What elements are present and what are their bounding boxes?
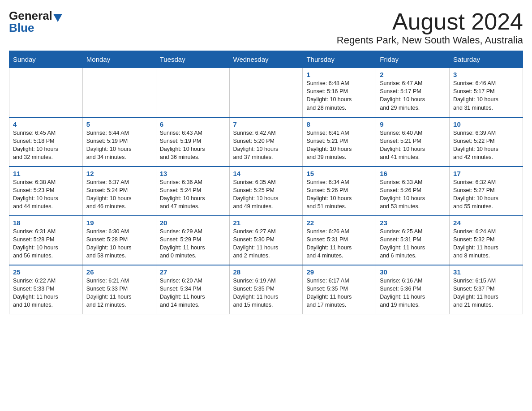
calendar-cell: 7Sunrise: 6:42 AMSunset: 5:20 PMDaylight… xyxy=(229,117,303,167)
days-of-week-row: SundayMondayTuesdayWednesdayThursdayFrid… xyxy=(9,51,523,68)
calendar-cell: 9Sunrise: 6:40 AMSunset: 5:21 PMDaylight… xyxy=(376,117,450,167)
calendar-cell: 19Sunrise: 6:30 AMSunset: 5:28 PMDayligh… xyxy=(82,216,156,265)
day-info: Sunrise: 6:25 AMSunset: 5:31 PMDaylight:… xyxy=(380,227,446,260)
day-info: Sunrise: 6:35 AMSunset: 5:25 PMDaylight:… xyxy=(233,178,299,211)
day-number: 8 xyxy=(306,120,372,128)
day-of-week-header: Tuesday xyxy=(156,51,229,68)
calendar-cell: 24Sunrise: 6:24 AMSunset: 5:32 PMDayligh… xyxy=(450,216,523,265)
day-number: 12 xyxy=(86,170,152,177)
day-info: Sunrise: 6:32 AMSunset: 5:27 PMDaylight:… xyxy=(453,178,519,211)
day-number: 27 xyxy=(160,268,226,276)
logo-blue: Blue xyxy=(9,21,34,35)
title-block: August 2024 Regents Park, New South Wale… xyxy=(337,9,523,46)
day-info: Sunrise: 6:43 AMSunset: 5:19 PMDaylight:… xyxy=(160,129,226,162)
day-info: Sunrise: 6:27 AMSunset: 5:30 PMDaylight:… xyxy=(233,227,299,260)
calendar-week-row: 1Sunrise: 6:48 AMSunset: 5:16 PMDaylight… xyxy=(9,68,523,117)
day-info: Sunrise: 6:41 AMSunset: 5:21 PMDaylight:… xyxy=(306,129,372,162)
day-info: Sunrise: 6:31 AMSunset: 5:28 PMDaylight:… xyxy=(13,227,79,260)
calendar-cell: 26Sunrise: 6:21 AMSunset: 5:33 PMDayligh… xyxy=(82,265,156,314)
day-info: Sunrise: 6:33 AMSunset: 5:26 PMDaylight:… xyxy=(380,178,446,211)
day-number: 30 xyxy=(380,268,446,276)
calendar-cell: 22Sunrise: 6:26 AMSunset: 5:31 PMDayligh… xyxy=(303,216,376,265)
day-number: 15 xyxy=(306,170,372,177)
calendar-body: 1Sunrise: 6:48 AMSunset: 5:16 PMDaylight… xyxy=(9,68,523,314)
day-info: Sunrise: 6:47 AMSunset: 5:17 PMDaylight:… xyxy=(380,79,446,112)
day-number: 2 xyxy=(380,71,446,78)
day-number: 6 xyxy=(160,120,226,128)
day-number: 23 xyxy=(380,219,446,227)
day-number: 3 xyxy=(453,71,519,78)
calendar-cell: 23Sunrise: 6:25 AMSunset: 5:31 PMDayligh… xyxy=(376,216,450,265)
day-number: 5 xyxy=(86,120,152,128)
calendar-cell xyxy=(9,68,83,117)
calendar-cell: 15Sunrise: 6:34 AMSunset: 5:26 PMDayligh… xyxy=(303,167,376,216)
day-info: Sunrise: 6:30 AMSunset: 5:28 PMDaylight:… xyxy=(86,227,152,260)
calendar-cell: 12Sunrise: 6:37 AMSunset: 5:24 PMDayligh… xyxy=(82,167,156,216)
day-info: Sunrise: 6:40 AMSunset: 5:21 PMDaylight:… xyxy=(380,129,446,162)
day-info: Sunrise: 6:24 AMSunset: 5:32 PMDaylight:… xyxy=(453,227,519,260)
calendar-cell: 4Sunrise: 6:45 AMSunset: 5:18 PMDaylight… xyxy=(9,117,83,167)
calendar-cell: 1Sunrise: 6:48 AMSunset: 5:16 PMDaylight… xyxy=(303,68,376,117)
calendar-cell: 2Sunrise: 6:47 AMSunset: 5:17 PMDaylight… xyxy=(376,68,450,117)
calendar-cell: 5Sunrise: 6:44 AMSunset: 5:19 PMDaylight… xyxy=(82,117,156,167)
day-number: 29 xyxy=(306,268,372,276)
calendar-cell: 17Sunrise: 6:32 AMSunset: 5:27 PMDayligh… xyxy=(450,167,523,216)
calendar-week-row: 25Sunrise: 6:22 AMSunset: 5:33 PMDayligh… xyxy=(9,265,523,314)
day-info: Sunrise: 6:19 AMSunset: 5:35 PMDaylight:… xyxy=(233,277,299,309)
day-info: Sunrise: 6:44 AMSunset: 5:19 PMDaylight:… xyxy=(86,129,152,162)
calendar-cell: 8Sunrise: 6:41 AMSunset: 5:21 PMDaylight… xyxy=(303,117,376,167)
calendar-cell: 10Sunrise: 6:39 AMSunset: 5:22 PMDayligh… xyxy=(450,117,523,167)
calendar-cell xyxy=(82,68,156,117)
day-number: 28 xyxy=(233,268,299,276)
calendar-cell: 11Sunrise: 6:38 AMSunset: 5:23 PMDayligh… xyxy=(9,167,83,216)
day-number: 25 xyxy=(13,268,79,276)
day-number: 19 xyxy=(86,219,152,227)
calendar-cell: 6Sunrise: 6:43 AMSunset: 5:19 PMDaylight… xyxy=(156,117,229,167)
day-number: 9 xyxy=(380,120,446,128)
day-number: 31 xyxy=(453,268,519,276)
day-number: 4 xyxy=(13,120,79,128)
day-number: 7 xyxy=(233,120,299,128)
calendar-table: SundayMondayTuesdayWednesdayThursdayFrid… xyxy=(9,51,523,314)
day-number: 11 xyxy=(13,170,79,177)
logo-arrow-icon xyxy=(53,14,62,22)
logo: General Blue xyxy=(9,9,63,35)
day-number: 22 xyxy=(306,219,372,227)
day-info: Sunrise: 6:37 AMSunset: 5:24 PMDaylight:… xyxy=(86,178,152,211)
day-info: Sunrise: 6:46 AMSunset: 5:17 PMDaylight:… xyxy=(453,79,519,112)
calendar-cell xyxy=(156,68,229,117)
month-title: August 2024 xyxy=(337,9,523,34)
day-number: 26 xyxy=(86,268,152,276)
day-number: 1 xyxy=(306,71,372,78)
day-number: 10 xyxy=(453,120,519,128)
calendar-week-row: 4Sunrise: 6:45 AMSunset: 5:18 PMDaylight… xyxy=(9,117,523,167)
day-number: 24 xyxy=(453,219,519,227)
calendar-cell: 29Sunrise: 6:17 AMSunset: 5:35 PMDayligh… xyxy=(303,265,376,314)
day-info: Sunrise: 6:22 AMSunset: 5:33 PMDaylight:… xyxy=(13,277,79,309)
page-header: General Blue August 2024 Regents Park, N… xyxy=(9,9,523,46)
calendar-cell: 16Sunrise: 6:33 AMSunset: 5:26 PMDayligh… xyxy=(376,167,450,216)
calendar-cell xyxy=(229,68,303,117)
day-number: 21 xyxy=(233,219,299,227)
day-of-week-header: Friday xyxy=(376,51,450,68)
calendar-cell: 14Sunrise: 6:35 AMSunset: 5:25 PMDayligh… xyxy=(229,167,303,216)
calendar-cell: 13Sunrise: 6:36 AMSunset: 5:24 PMDayligh… xyxy=(156,167,229,216)
day-info: Sunrise: 6:42 AMSunset: 5:20 PMDaylight:… xyxy=(233,129,299,162)
day-info: Sunrise: 6:21 AMSunset: 5:33 PMDaylight:… xyxy=(86,277,152,309)
day-of-week-header: Sunday xyxy=(9,51,83,68)
day-info: Sunrise: 6:29 AMSunset: 5:29 PMDaylight:… xyxy=(160,227,226,260)
calendar-cell: 27Sunrise: 6:20 AMSunset: 5:34 PMDayligh… xyxy=(156,265,229,314)
calendar-week-row: 18Sunrise: 6:31 AMSunset: 5:28 PMDayligh… xyxy=(9,216,523,265)
day-info: Sunrise: 6:38 AMSunset: 5:23 PMDaylight:… xyxy=(13,178,79,211)
calendar-cell: 30Sunrise: 6:16 AMSunset: 5:36 PMDayligh… xyxy=(376,265,450,314)
day-of-week-header: Saturday xyxy=(450,51,523,68)
day-info: Sunrise: 6:16 AMSunset: 5:36 PMDaylight:… xyxy=(380,277,446,309)
day-info: Sunrise: 6:48 AMSunset: 5:16 PMDaylight:… xyxy=(306,79,372,112)
calendar-cell: 20Sunrise: 6:29 AMSunset: 5:29 PMDayligh… xyxy=(156,216,229,265)
day-of-week-header: Thursday xyxy=(303,51,376,68)
calendar-week-row: 11Sunrise: 6:38 AMSunset: 5:23 PMDayligh… xyxy=(9,167,523,216)
calendar-header: SundayMondayTuesdayWednesdayThursdayFrid… xyxy=(9,51,523,68)
day-info: Sunrise: 6:17 AMSunset: 5:35 PMDaylight:… xyxy=(306,277,372,309)
day-info: Sunrise: 6:39 AMSunset: 5:22 PMDaylight:… xyxy=(453,129,519,162)
day-info: Sunrise: 6:36 AMSunset: 5:24 PMDaylight:… xyxy=(160,178,226,211)
